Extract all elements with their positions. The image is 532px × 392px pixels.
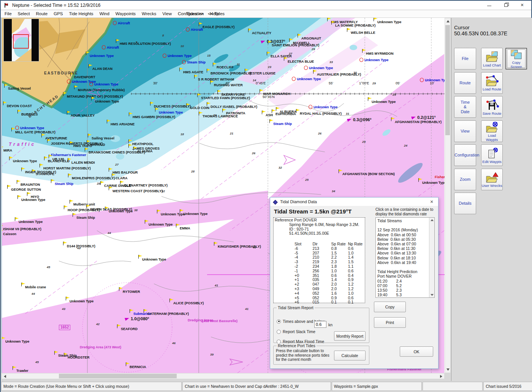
chart-marker[interactable]: HEATHPOOL bbox=[132, 142, 154, 146]
chart-marker[interactable]: 30' bbox=[153, 82, 158, 85]
stream-line[interactable]: Below 0.6kn at 05:30 bbox=[377, 237, 428, 242]
chart-marker[interactable]: Sailing Vessel bbox=[92, 137, 114, 140]
chart-marker[interactable]: RYDAL HALL (POSSIBLY) bbox=[300, 112, 342, 115]
edit-waypoints-button[interactable]: Edit Waypts bbox=[481, 144, 503, 166]
panel-nav-button[interactable]: View bbox=[454, 120, 476, 142]
chart-marker[interactable]: HMS GAMBRI (POSSIBLY) bbox=[133, 115, 175, 119]
stream-line[interactable] bbox=[377, 223, 428, 228]
chart-marker[interactable]: Unknown Type bbox=[422, 181, 445, 185]
chart-marker[interactable]: SKERRYVORE bbox=[221, 93, 245, 96]
chart-marker[interactable]: ARGONAUT bbox=[301, 37, 321, 40]
chart-marker[interactable]: Unknown Type bbox=[159, 111, 183, 114]
copy-button[interactable]: Copy bbox=[374, 302, 406, 312]
stream-line[interactable]: 01:20 2.4 bbox=[377, 279, 428, 283]
chart-marker[interactable]: AFGHANISTAN (BOW SECTION) bbox=[342, 172, 395, 176]
chart-marker[interactable]: 0.3@096° bbox=[353, 118, 372, 122]
chart-marker[interactable]: CLARA bbox=[116, 177, 128, 180]
streams-scrollbar[interactable] bbox=[429, 218, 434, 297]
report-radio-option[interactable]: Report Slack Time bbox=[277, 329, 315, 334]
scroll-left-icon[interactable] bbox=[4, 375, 6, 378]
chart-marker[interactable]: ALAUNIA bbox=[137, 150, 153, 153]
chart-marker[interactable]: MILL GATE (PROBABLY) bbox=[15, 131, 55, 134]
chart-marker[interactable]: ASH bbox=[266, 114, 273, 117]
chart-marker[interactable]: Fisherman's Fastener bbox=[51, 153, 86, 157]
scroll-up-icon[interactable] bbox=[446, 20, 450, 22]
chart-marker[interactable]: WESTERN COAST (POSSIBLY) bbox=[112, 190, 163, 193]
chart-marker[interactable]: ADUR VALLEY bbox=[71, 114, 95, 117]
chart-marker[interactable]: Unknown Type bbox=[425, 79, 445, 82]
chart-marker[interactable]: EMMA bbox=[180, 227, 190, 230]
reference-port-box[interactable]: Reference Port DOVER Spring Range 6.0M, … bbox=[273, 217, 365, 303]
chart-marker[interactable]: HAROLD bbox=[90, 143, 105, 147]
chart-marker[interactable]: HMS RESOLUTION (POSSIBLY) bbox=[120, 42, 171, 46]
chart-marker[interactable]: Caisson bbox=[3, 232, 16, 236]
chart-marker[interactable]: Unknown Type bbox=[364, 58, 388, 62]
menu-item[interactable]: Select bbox=[15, 10, 33, 17]
stream-line[interactable]: 07:00 5.2 bbox=[377, 283, 428, 288]
chart-marker[interactable]: Aircraft bbox=[118, 22, 130, 25]
stream-line[interactable]: 12 Sep 2016 (Monday) bbox=[377, 228, 428, 232]
chart-marker[interactable]: HMS TAIPO bbox=[73, 144, 92, 148]
calculate-button[interactable]: Calculate bbox=[334, 351, 366, 360]
chart-marker[interactable]: HMS BALFOUR bbox=[112, 171, 138, 174]
stream-line[interactable]: Below 0.6kn at 18:10 bbox=[377, 256, 428, 260]
chart-marker[interactable]: GLENARTNEY (POSSIBLY) bbox=[124, 184, 168, 187]
stream-line[interactable]: 19:40 5.3 bbox=[377, 292, 428, 297]
chart-marker[interactable]: Unknown Type bbox=[21, 198, 45, 202]
chart-marker[interactable]: GOLD COIN bbox=[190, 106, 209, 110]
chart-marker[interactable]: ELECTRA BLUE bbox=[288, 60, 314, 63]
chart-marker[interactable]: STANHOPE bbox=[36, 172, 54, 176]
chart-marker[interactable]: HMS MYRMIDON bbox=[366, 52, 394, 55]
menu-item[interactable]: Wind bbox=[97, 10, 112, 17]
chart-marker[interactable]: HOORDSTER bbox=[68, 356, 90, 359]
chart-marker[interactable]: D144 (POSSIBLY) bbox=[67, 245, 95, 248]
panel-nav-button[interactable]: Time & Date bbox=[454, 96, 476, 118]
chart-marker[interactable]: MAXWELL bbox=[293, 41, 310, 45]
chart-marker[interactable]: DEVON COAST bbox=[7, 104, 32, 108]
dialog-close-icon[interactable]: × bbox=[428, 198, 435, 205]
scroll-right-icon[interactable] bbox=[440, 375, 442, 378]
print-button[interactable]: Print bbox=[374, 317, 406, 328]
chart-marker[interactable]: 10' bbox=[430, 82, 434, 85]
panel-nav-button[interactable]: Route bbox=[454, 72, 476, 94]
chart-marker[interactable]: Unknown Type bbox=[95, 100, 119, 103]
chart-marker[interactable]: Unknown Type bbox=[70, 300, 93, 303]
chart-marker[interactable]: BRANKSOME CHINES (POSSIBLY) bbox=[89, 151, 145, 154]
chart-marker[interactable]: MITAKUND (PART OF) (POSSIBLY) bbox=[67, 95, 123, 98]
save-route-button[interactable]: Save Route bbox=[481, 96, 503, 118]
stream-line[interactable]: Above 0.6kn at 00:50 bbox=[377, 232, 428, 237]
chart-marker[interactable]: Steam Ship bbox=[273, 122, 292, 126]
stream-line[interactable]: 13:50 2.3 bbox=[377, 288, 428, 292]
chart-marker[interactable]: CATERHAM (PROBABLY) bbox=[147, 312, 189, 316]
chart-marker[interactable]: Unknown Type bbox=[109, 210, 133, 213]
menu-item-tides-back[interactable]: << Tides bbox=[208, 11, 225, 16]
stream-line[interactable]: Above 0.6kn at 19:40 bbox=[377, 260, 428, 265]
chart-marker[interactable]: THOMAS LAWRENCE bbox=[203, 115, 238, 118]
load-waypoints-button[interactable]: Load Waypts bbox=[481, 120, 503, 142]
chart-marker[interactable]: JESTER LOUISE bbox=[249, 72, 276, 75]
chart-marker[interactable]: Unknown Type bbox=[149, 223, 173, 226]
chart-vertical-scrollbar[interactable] bbox=[445, 18, 451, 373]
chart-marker[interactable]: WELSH BELLE bbox=[351, 31, 375, 35]
dialog-title-bar[interactable]: Tidal Diamond Data × bbox=[270, 198, 438, 206]
chart-marker[interactable]: ISHAM VII (PROBABLY) bbox=[3, 228, 41, 231]
threshold-input[interactable] bbox=[314, 321, 326, 328]
chart-marker[interactable]: 1.0@080° bbox=[131, 317, 149, 321]
chart-marker[interactable]: RYTOWER bbox=[123, 290, 140, 294]
stream-line[interactable]: Tidal Streams bbox=[377, 218, 428, 223]
chart-marker[interactable]: LA SOMME (PROBABLY) bbox=[335, 24, 375, 27]
scroll-down-icon[interactable] bbox=[446, 368, 450, 371]
chart-marker[interactable]: ALAN DEAN bbox=[92, 67, 112, 71]
chart-marker[interactable]: 1652 bbox=[59, 325, 70, 330]
chart-marker[interactable]: Dredging Area (473 West) bbox=[80, 346, 121, 349]
chart-marker[interactable]: ELLA SAYER bbox=[271, 55, 292, 58]
chart-marker[interactable]: Aircraft bbox=[191, 28, 203, 32]
chart-marker[interactable]: HMS AGATE bbox=[183, 71, 203, 74]
chart-marker[interactable]: MIRA bbox=[3, 149, 12, 152]
chart-marker[interactable]: Unknown Type bbox=[184, 212, 207, 216]
chart-marker[interactable]: EAGLE (POSSIBLY) bbox=[203, 25, 234, 29]
chart-marker[interactable]: 50°45'N bbox=[263, 95, 275, 99]
menu-item[interactable]: File bbox=[2, 10, 15, 17]
panel-nav-button[interactable]: Configuration bbox=[454, 144, 476, 166]
menu-item[interactable]: Tide Heights bbox=[66, 10, 96, 17]
